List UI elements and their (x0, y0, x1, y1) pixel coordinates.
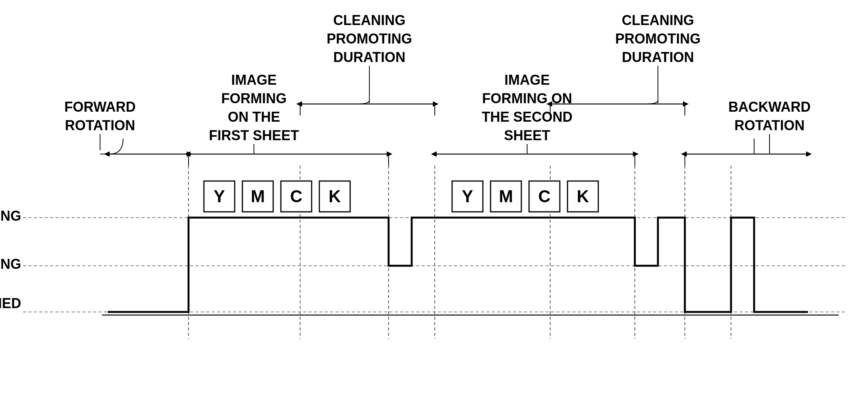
label-image-forming-2-line3: THE SECOND (482, 109, 573, 125)
label-image-forming-1-line2: FORMING (221, 91, 287, 106)
label-image-forming-2-line4: SHEET (504, 127, 550, 143)
label-image-forming-2-line2: FORMING ON (482, 91, 572, 106)
label-backward-rotation-1: BACKWARD (728, 99, 811, 115)
label-cleaning-1-line1: CLEANING (333, 12, 406, 28)
label-cleaning-2-line2: PROMOTING (615, 31, 701, 47)
label-forward-rotation-2: ROTATION (65, 117, 135, 133)
svg-text:Y: Y (462, 187, 473, 206)
svg-text:K: K (329, 187, 341, 206)
diagram-container: Y M C K Y M C K (0, 0, 868, 399)
svg-text:C: C (538, 187, 551, 206)
svg-text:M: M (499, 187, 513, 206)
svg-text:M: M (251, 187, 265, 206)
label-cleaning-2-line3: DURATION (622, 49, 694, 65)
label-ac-charging: AC CHARGING (0, 208, 21, 224)
label-dc-charging: DC CHARGING (0, 256, 21, 272)
label-forward-rotation: FORWARD (64, 99, 135, 115)
label-image-forming-1-line4: FIRST SHEET (209, 127, 299, 143)
label-no-bias-1: NO BIAS APPLIED (0, 295, 21, 311)
label-backward-rotation-2: ROTATION (734, 117, 805, 133)
label-cleaning-1-line3: DURATION (333, 49, 405, 65)
label-image-forming-2-line1: IMAGE (504, 72, 550, 88)
svg-text:Y: Y (214, 187, 225, 206)
svg-rect-0 (0, 0, 868, 399)
svg-text:C: C (290, 187, 302, 206)
label-image-forming-1-line3: ON THE (228, 109, 280, 125)
label-cleaning-1-line2: PROMOTING (327, 31, 412, 47)
svg-text:K: K (577, 187, 589, 206)
label-image-forming-1-line1: IMAGE (231, 72, 277, 88)
label-cleaning-2-line1: CLEANING (622, 12, 694, 28)
